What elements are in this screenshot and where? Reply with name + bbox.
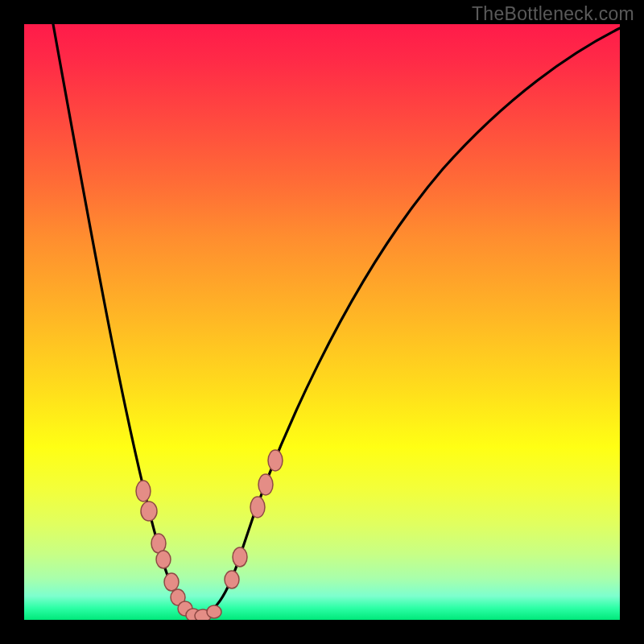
plot-area bbox=[24, 24, 620, 620]
data-point bbox=[233, 547, 247, 567]
data-point bbox=[156, 551, 171, 568]
chart-frame: TheBottleneck.com bbox=[0, 0, 644, 644]
data-point bbox=[225, 571, 239, 588]
bottleneck-curve bbox=[53, 24, 620, 616]
data-point bbox=[250, 497, 265, 518]
data-point bbox=[258, 474, 273, 495]
data-point bbox=[164, 573, 179, 591]
data-point bbox=[141, 502, 157, 521]
chart-svg bbox=[24, 24, 620, 620]
data-points bbox=[136, 450, 283, 620]
watermark-text: TheBottleneck.com bbox=[472, 3, 634, 25]
data-point bbox=[268, 450, 283, 471]
data-point bbox=[136, 481, 151, 502]
data-point bbox=[207, 605, 221, 618]
